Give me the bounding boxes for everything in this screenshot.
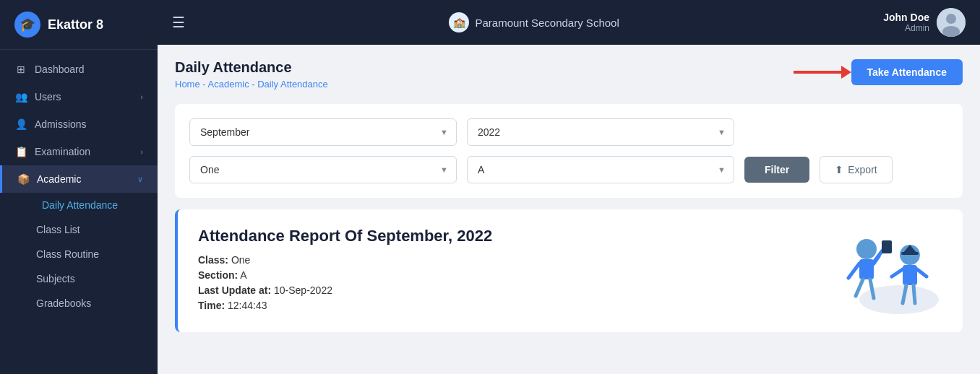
class-select-wrapper: OneTwoThreeFourFive ▼ bbox=[189, 156, 457, 183]
avatar[interactable] bbox=[937, 8, 966, 37]
user-role: Admin bbox=[883, 23, 929, 33]
sidebar-label-users: Users bbox=[35, 91, 61, 103]
breadcrumb-home[interactable]: Home bbox=[175, 79, 200, 90]
svg-line-14 bbox=[892, 269, 903, 277]
month-select[interactable]: JanuaryFebruaryMarch AprilMayJune JulyAu… bbox=[189, 118, 457, 146]
gradebooks-label: Gradebooks bbox=[36, 297, 91, 309]
svg-point-1 bbox=[946, 14, 956, 24]
arrow-head bbox=[841, 66, 851, 79]
daily-attendance-label: Daily Attendance bbox=[42, 199, 118, 211]
sidebar-item-gradebooks[interactable]: Gradebooks bbox=[0, 291, 158, 316]
filter-button[interactable]: Filter bbox=[744, 157, 809, 183]
sidebar-item-users[interactable]: 👥 Users › bbox=[0, 83, 158, 110]
report-info: Class: One Section: A Last Update at: 10… bbox=[198, 254, 492, 311]
academic-icon: 📦 bbox=[17, 173, 30, 186]
sidebar-item-admissions[interactable]: 👤 Admissions bbox=[0, 110, 158, 138]
breadcrumb: Home - Academic - Daily Attendance bbox=[175, 79, 328, 90]
report-section: Section: A bbox=[198, 269, 492, 281]
report-card: Attendance Report Of September, 2022 Cla… bbox=[175, 209, 963, 332]
svg-line-6 bbox=[848, 264, 859, 278]
students-illustration bbox=[827, 227, 942, 314]
svg-line-15 bbox=[917, 269, 927, 277]
svg-point-4 bbox=[856, 239, 877, 259]
sidebar-item-class-list[interactable]: Class List bbox=[0, 217, 158, 242]
year-select[interactable]: 2020202120222023 bbox=[467, 118, 734, 146]
sidebar-item-examination[interactable]: 📋 Examination › bbox=[0, 138, 158, 165]
svg-rect-13 bbox=[903, 265, 917, 285]
sidebar-label-academic: Academic bbox=[37, 173, 81, 185]
examination-chevron-icon: › bbox=[140, 147, 143, 156]
last-update-value: 10-Sep-2022 bbox=[274, 284, 332, 296]
year-select-wrapper: 2020202120222023 ▼ bbox=[467, 118, 734, 146]
svg-rect-11 bbox=[882, 240, 892, 253]
svg-line-17 bbox=[914, 285, 915, 303]
sidebar-item-dashboard[interactable]: ⊞ Dashboard bbox=[0, 56, 158, 83]
sidebar-item-academic[interactable]: 📦 Academic ∨ bbox=[0, 165, 158, 193]
class-value: One bbox=[231, 254, 250, 266]
section-label: Section: bbox=[198, 269, 238, 281]
school-name: Paramount Secondary School bbox=[475, 17, 619, 29]
menu-toggle-button[interactable]: ☰ bbox=[172, 14, 185, 31]
sidebar-item-daily-attendance[interactable]: Daily Attendance bbox=[0, 193, 158, 217]
section-value: A bbox=[240, 269, 246, 281]
academic-chevron-icon: ∨ bbox=[137, 175, 143, 184]
class-select[interactable]: OneTwoThreeFourFive bbox=[189, 156, 457, 183]
take-attendance-button[interactable]: Take Attendance bbox=[851, 59, 963, 85]
page-title-section: Daily Attendance Home - Academic - Daily… bbox=[175, 59, 328, 90]
content-area: Daily Attendance Home - Academic - Daily… bbox=[158, 45, 980, 374]
arrow-line bbox=[794, 71, 841, 74]
svg-rect-5 bbox=[859, 259, 874, 279]
page-title: Daily Attendance bbox=[175, 59, 328, 76]
sidebar-label-admissions: Admissions bbox=[35, 118, 87, 130]
main-area: ☰ 🏫 Paramount Secondary School John Doe … bbox=[158, 0, 980, 374]
school-info: 🏫 Paramount Secondary School bbox=[449, 12, 619, 32]
users-chevron-icon: › bbox=[140, 92, 143, 101]
export-button[interactable]: ⬆ Export bbox=[820, 156, 892, 183]
breadcrumb-current: Daily Attendance bbox=[257, 79, 328, 90]
sidebar-item-subjects[interactable]: Subjects bbox=[0, 266, 158, 291]
topbar: ☰ 🏫 Paramount Secondary School John Doe … bbox=[158, 0, 980, 45]
user-info-section: John Doe Admin bbox=[883, 8, 966, 37]
sidebar-label-examination: Examination bbox=[35, 146, 90, 157]
last-update-label: Last Update at: bbox=[198, 284, 271, 296]
filter-row-2: OneTwoThreeFourFive ▼ ABCD ▼ Filter ⬆ Ex… bbox=[189, 156, 948, 183]
sidebar-item-class-routine[interactable]: Class Routine bbox=[0, 242, 158, 266]
report-time: Time: 12:44:43 bbox=[198, 300, 492, 311]
examination-icon: 📋 bbox=[14, 145, 27, 158]
dashboard-icon: ⊞ bbox=[14, 63, 27, 76]
user-info: John Doe Admin bbox=[883, 12, 929, 33]
export-label: Export bbox=[848, 164, 877, 175]
logo-text: Ekattor 8 bbox=[48, 17, 103, 32]
time-value: 12:44:43 bbox=[228, 300, 267, 311]
report-title: Attendance Report Of September, 2022 bbox=[198, 227, 492, 245]
breadcrumb-sep2: - bbox=[252, 79, 257, 90]
sidebar-logo[interactable]: 🎓 Ekattor 8 bbox=[0, 0, 158, 50]
subjects-label: Subjects bbox=[36, 273, 75, 284]
school-icon: 🏫 bbox=[449, 12, 469, 32]
red-arrow-container: Take Attendance bbox=[794, 59, 963, 85]
breadcrumb-academic[interactable]: Academic bbox=[208, 79, 249, 90]
filter-section: JanuaryFebruaryMarch AprilMayJune JulyAu… bbox=[175, 104, 963, 198]
export-icon: ⬆ bbox=[835, 164, 843, 175]
class-label: Class: bbox=[198, 254, 228, 266]
logo-icon: 🎓 bbox=[14, 12, 40, 38]
svg-line-8 bbox=[856, 279, 863, 296]
admissions-icon: 👤 bbox=[14, 118, 27, 131]
users-icon: 👥 bbox=[14, 90, 27, 103]
month-select-wrapper: JanuaryFebruaryMarch AprilMayJune JulyAu… bbox=[189, 118, 457, 146]
svg-rect-19 bbox=[901, 252, 919, 255]
sidebar-nav: ⊞ Dashboard 👥 Users › 👤 Admissions 📋 Exa… bbox=[0, 50, 158, 374]
section-select-wrapper: ABCD ▼ bbox=[467, 156, 734, 183]
user-name: John Doe bbox=[883, 12, 929, 23]
report-content: Attendance Report Of September, 2022 Cla… bbox=[198, 227, 492, 315]
time-label: Time: bbox=[198, 300, 225, 311]
report-class: Class: One bbox=[198, 254, 492, 266]
report-last-update: Last Update at: 10-Sep-2022 bbox=[198, 284, 492, 296]
class-routine-label: Class Routine bbox=[36, 248, 99, 260]
filter-row-1: JanuaryFebruaryMarch AprilMayJune JulyAu… bbox=[189, 118, 948, 146]
class-list-label: Class List bbox=[36, 224, 80, 235]
page-header: Daily Attendance Home - Academic - Daily… bbox=[175, 59, 963, 90]
red-arrow-icon bbox=[794, 65, 851, 79]
section-select[interactable]: ABCD bbox=[467, 156, 734, 183]
breadcrumb-sep1: - bbox=[202, 79, 207, 90]
